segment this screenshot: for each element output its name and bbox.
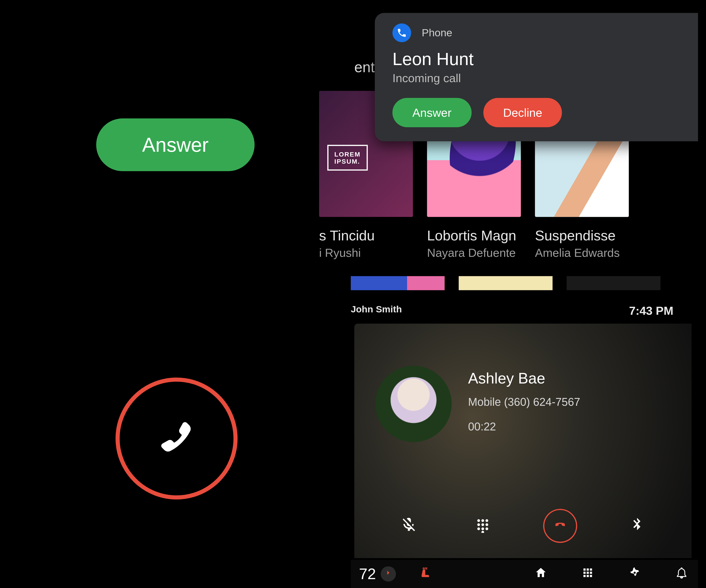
svg-rect-15: [590, 572, 592, 574]
notifications-button[interactable]: [670, 566, 693, 582]
answer-button-large-label: Answer: [142, 133, 208, 156]
svg-point-9: [482, 531, 484, 533]
dialpad-icon: [475, 516, 491, 535]
incoming-call-app-label: Phone: [422, 27, 452, 39]
svg-point-4: [482, 523, 484, 526]
fan-icon: [628, 566, 641, 582]
media-thumbnail-peek: [459, 276, 553, 290]
svg-rect-14: [587, 572, 589, 574]
mic-off-icon: [401, 516, 417, 535]
svg-rect-16: [583, 575, 586, 577]
svg-point-19: [633, 572, 636, 574]
svg-rect-13: [583, 572, 586, 574]
decline-button[interactable]: Decline: [483, 98, 562, 127]
svg-point-2: [486, 519, 488, 522]
media-title: Lobortis Magn: [427, 227, 521, 244]
apps-grid-icon: [581, 566, 594, 582]
incoming-caller-name: Leon Hunt: [392, 49, 680, 69]
status-clock: 7:43 PM: [629, 304, 673, 318]
ongoing-call-duration: 00:22: [468, 420, 580, 433]
chevron-right-icon: [384, 569, 392, 579]
ongoing-call-panel: Ashley Bae Mobile (360) 624-7567 00:22: [354, 324, 692, 558]
incoming-call-subtitle: Incoming call: [392, 72, 680, 85]
svg-rect-10: [583, 569, 586, 571]
status-user-name: John Smith: [351, 304, 402, 318]
mute-button[interactable]: [395, 512, 423, 540]
home-button[interactable]: [529, 566, 552, 582]
svg-point-6: [478, 528, 480, 530]
media-thumbnail-peek: [567, 276, 661, 290]
end-call-button-large[interactable]: [116, 377, 237, 499]
svg-point-5: [486, 523, 488, 526]
bell-icon: [675, 566, 688, 582]
svg-point-3: [478, 523, 480, 526]
end-call-icon: [150, 411, 203, 466]
incoming-call-card: Phone Leon Hunt Incoming call Answer Dec…: [375, 13, 698, 141]
media-title: s Tincidu: [319, 227, 413, 244]
phone-app-icon: [392, 23, 411, 42]
background-text-fragment: ent: [354, 58, 375, 76]
ongoing-call-name: Ashley Bae: [468, 369, 580, 387]
answer-button-label: Answer: [412, 106, 452, 119]
bluetooth-icon: [629, 516, 645, 535]
svg-point-0: [478, 519, 480, 522]
end-call-icon: [551, 516, 568, 535]
seat-heater-button[interactable]: [414, 566, 437, 582]
answer-button-large[interactable]: Answer: [96, 119, 254, 171]
media-title: Suspendisse: [535, 227, 629, 244]
svg-point-1: [482, 519, 484, 522]
seat-heater-icon: [419, 566, 432, 582]
svg-rect-11: [587, 569, 589, 571]
answer-button[interactable]: Answer: [392, 98, 471, 127]
svg-rect-17: [587, 575, 589, 577]
media-subtitle: i Ryushi: [319, 246, 413, 260]
svg-rect-18: [590, 575, 592, 577]
svg-point-7: [482, 528, 484, 530]
apps-button[interactable]: [576, 566, 599, 582]
end-call-button[interactable]: [543, 509, 577, 543]
svg-rect-12: [590, 569, 592, 571]
contact-avatar: [376, 366, 452, 442]
cabin-temperature[interactable]: 72: [359, 565, 376, 583]
media-subtitle: Amelia Edwards: [535, 246, 629, 260]
temperature-expand-button[interactable]: [381, 566, 396, 582]
system-navbar: 72: [351, 560, 698, 588]
bluetooth-button[interactable]: [623, 512, 651, 540]
status-bar: John Smith 7:43 PM: [351, 304, 698, 318]
ongoing-call-number: Mobile (360) 624-7567: [468, 396, 580, 409]
home-icon: [535, 566, 547, 582]
decline-button-label: Decline: [503, 106, 542, 119]
dialpad-button[interactable]: [469, 512, 497, 540]
fan-button[interactable]: [623, 566, 646, 582]
media-subtitle: Nayara Defuente: [427, 246, 521, 260]
svg-point-8: [486, 528, 488, 530]
media-carousel-row2-peek: [351, 276, 661, 290]
media-thumbnail-peek: [351, 276, 445, 290]
